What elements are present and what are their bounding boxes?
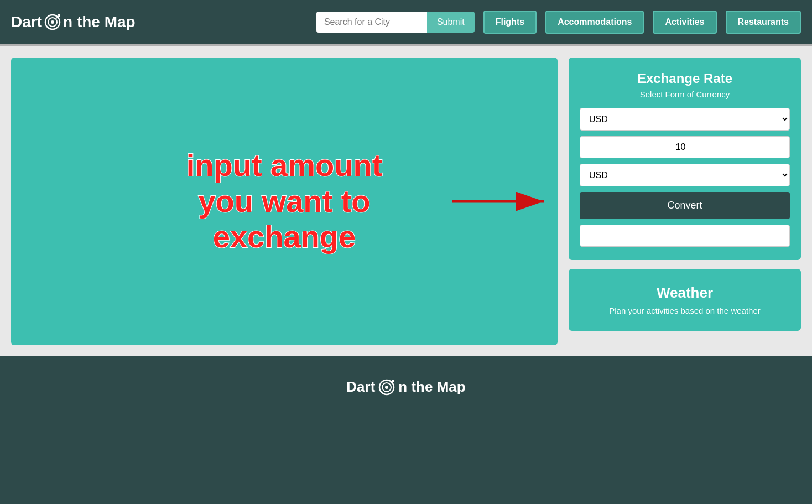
navbar: Dart n the Map Submit Flights Accommodat… bbox=[0, 0, 812, 44]
weather-subtitle: Plan your activities based on the weathe… bbox=[580, 306, 790, 315]
footer-target-icon bbox=[378, 379, 395, 396]
main-content: input amount you want to exchange Exchan… bbox=[0, 46, 812, 356]
to-currency-select[interactable]: USD EUR GBP JPY CAD AUD CHF CNY bbox=[580, 164, 790, 186]
weather-card: Weather Plan your activities based on th… bbox=[569, 269, 801, 331]
footer-logo-before: Dart bbox=[346, 378, 375, 396]
svg-point-10 bbox=[385, 386, 388, 389]
restaurants-button[interactable]: Restaurants bbox=[726, 11, 801, 34]
arrow-icon bbox=[452, 188, 552, 215]
accommodations-button[interactable]: Accommodations bbox=[545, 11, 644, 34]
svg-point-2 bbox=[51, 20, 54, 24]
flights-button[interactable]: Flights bbox=[483, 11, 537, 34]
site-logo: Dart n the Map bbox=[11, 13, 136, 31]
instruction-line3: exchange bbox=[213, 219, 356, 254]
footer: Dart n the Map bbox=[0, 356, 812, 418]
convert-button[interactable]: Convert bbox=[580, 192, 790, 219]
logo-text-before: Dart bbox=[11, 13, 42, 31]
from-currency-select[interactable]: USD EUR GBP JPY CAD AUD CHF CNY bbox=[580, 108, 790, 131]
exchange-rate-card: Exchange Rate Select Form of Currency US… bbox=[569, 58, 801, 260]
result-input[interactable] bbox=[580, 225, 790, 247]
exchange-instruction: input amount you want to exchange bbox=[164, 126, 405, 277]
instruction-line2: you want to bbox=[198, 184, 370, 219]
exchange-rate-subtitle: Select Form of Currency bbox=[580, 90, 790, 99]
submit-button[interactable]: Submit bbox=[427, 12, 475, 33]
exchange-rate-title: Exchange Rate bbox=[580, 71, 790, 86]
right-panel: Exchange Rate Select Form of Currency US… bbox=[569, 58, 801, 331]
instruction-line1: input amount bbox=[186, 148, 383, 183]
activities-button[interactable]: Activities bbox=[653, 11, 716, 34]
arrow-container bbox=[452, 188, 558, 215]
search-group: Submit bbox=[316, 12, 475, 33]
left-panel: input amount you want to exchange bbox=[11, 58, 558, 345]
amount-input[interactable] bbox=[580, 136, 790, 158]
weather-title: Weather bbox=[580, 284, 790, 302]
target-icon bbox=[44, 14, 61, 30]
logo-text-after: n the Map bbox=[63, 13, 136, 31]
search-input[interactable] bbox=[316, 12, 427, 33]
footer-logo-after: n the Map bbox=[398, 378, 465, 396]
